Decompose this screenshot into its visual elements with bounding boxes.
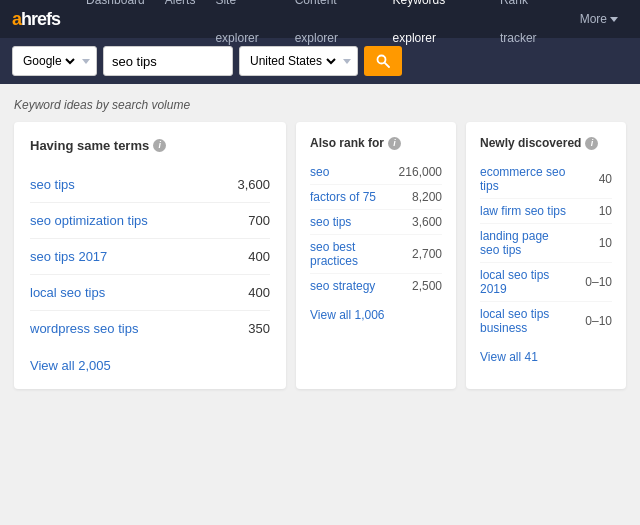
- list-item: local seo tips business 0–10: [480, 302, 612, 340]
- list-item: seo best practices 2,700: [310, 235, 442, 274]
- also-link-4[interactable]: seo strategy: [310, 279, 375, 293]
- keyword-volume-1: 700: [248, 213, 270, 228]
- keyword-link-2[interactable]: seo tips 2017: [30, 249, 107, 264]
- list-item: seo tips 3,600: [310, 210, 442, 235]
- newly-value-3: 0–10: [567, 275, 612, 289]
- newly-link-0[interactable]: ecommerce seo tips: [480, 165, 567, 193]
- also-link-3[interactable]: seo best practices: [310, 240, 397, 268]
- newly-link-2[interactable]: landing page seo tips: [480, 229, 567, 257]
- newly-value-0: 40: [567, 172, 612, 186]
- engine-select[interactable]: Google: [19, 53, 78, 69]
- right-panels: Also rank for i seo 216,000 factors of 7…: [296, 122, 626, 389]
- view-all-newly[interactable]: View all 41: [480, 350, 612, 364]
- also-rank-for-title: Also rank for i: [310, 136, 442, 150]
- chevron-down-icon: [610, 17, 618, 22]
- info-icon-newly[interactable]: i: [585, 137, 598, 150]
- list-item: seo strategy 2,500: [310, 274, 442, 298]
- list-item: seo tips 3,600: [30, 167, 270, 203]
- list-item: seo optimization tips 700: [30, 203, 270, 239]
- list-item: seo 216,000: [310, 160, 442, 185]
- also-link-1[interactable]: factors of 75: [310, 190, 376, 204]
- country-select[interactable]: United States: [246, 53, 339, 69]
- list-item: local seo tips 2019 0–10: [480, 263, 612, 302]
- newly-link-3[interactable]: local seo tips 2019: [480, 268, 567, 296]
- also-link-0[interactable]: seo: [310, 165, 329, 179]
- engine-select-wrap[interactable]: Google: [12, 46, 97, 76]
- also-value-0: 216,000: [397, 165, 442, 179]
- section-title: Keyword ideas by search volume: [14, 98, 626, 112]
- info-icon-also[interactable]: i: [388, 137, 401, 150]
- list-item: wordpress seo tips 350: [30, 311, 270, 346]
- list-item: landing page seo tips 10: [480, 224, 612, 263]
- also-value-3: 2,700: [397, 247, 442, 261]
- keyword-volume-2: 400: [248, 249, 270, 264]
- list-item: local seo tips 400: [30, 275, 270, 311]
- newly-value-4: 0–10: [567, 314, 612, 328]
- newly-discovered-panel: Newly discovered i ecommerce seo tips 40…: [466, 122, 626, 389]
- navbar: ahrefs Dashboard Alerts Site explorer Co…: [0, 0, 640, 38]
- view-all-also[interactable]: View all 1,006: [310, 308, 442, 322]
- search-icon: [376, 54, 390, 68]
- country-select-wrap[interactable]: United States: [239, 46, 358, 76]
- newly-link-1[interactable]: law firm seo tips: [480, 204, 566, 218]
- nav-more[interactable]: More: [570, 0, 628, 57]
- also-value-4: 2,500: [397, 279, 442, 293]
- keyword-volume-4: 350: [248, 321, 270, 336]
- newly-discovered-title: Newly discovered i: [480, 136, 612, 150]
- list-item: factors of 75 8,200: [310, 185, 442, 210]
- nav-rank-tracker[interactable]: Rank tracker: [490, 0, 570, 57]
- list-item: seo tips 2017 400: [30, 239, 270, 275]
- list-item: law firm seo tips 10: [480, 199, 612, 224]
- newly-value-2: 10: [567, 236, 612, 250]
- also-rank-for-panel: Also rank for i seo 216,000 factors of 7…: [296, 122, 456, 389]
- view-all-left[interactable]: View all 2,005: [30, 346, 270, 373]
- engine-chevron-icon: [82, 59, 90, 64]
- brand-logo: ahrefs: [12, 9, 60, 30]
- left-card-title: Having same terms i: [30, 138, 270, 153]
- left-card: Having same terms i seo tips 3,600 seo o…: [14, 122, 286, 389]
- newly-link-4[interactable]: local seo tips business: [480, 307, 567, 335]
- keyword-link-4[interactable]: wordpress seo tips: [30, 321, 138, 336]
- keyword-link-1[interactable]: seo optimization tips: [30, 213, 148, 228]
- also-value-1: 8,200: [397, 190, 442, 204]
- keyword-input[interactable]: [103, 46, 233, 76]
- keyword-volume-3: 400: [248, 285, 270, 300]
- list-item: ecommerce seo tips 40: [480, 160, 612, 199]
- svg-line-1: [385, 63, 389, 67]
- newly-value-1: 10: [567, 204, 612, 218]
- keyword-volume-0: 3,600: [237, 177, 270, 192]
- keyword-link-0[interactable]: seo tips: [30, 177, 75, 192]
- keyword-link-3[interactable]: local seo tips: [30, 285, 105, 300]
- main-content: Keyword ideas by search volume Having sa…: [0, 84, 640, 403]
- search-button[interactable]: [364, 46, 402, 76]
- also-value-2: 3,600: [397, 215, 442, 229]
- also-link-2[interactable]: seo tips: [310, 215, 351, 229]
- cards-row: Having same terms i seo tips 3,600 seo o…: [14, 122, 626, 389]
- info-icon[interactable]: i: [153, 139, 166, 152]
- country-chevron-icon: [343, 59, 351, 64]
